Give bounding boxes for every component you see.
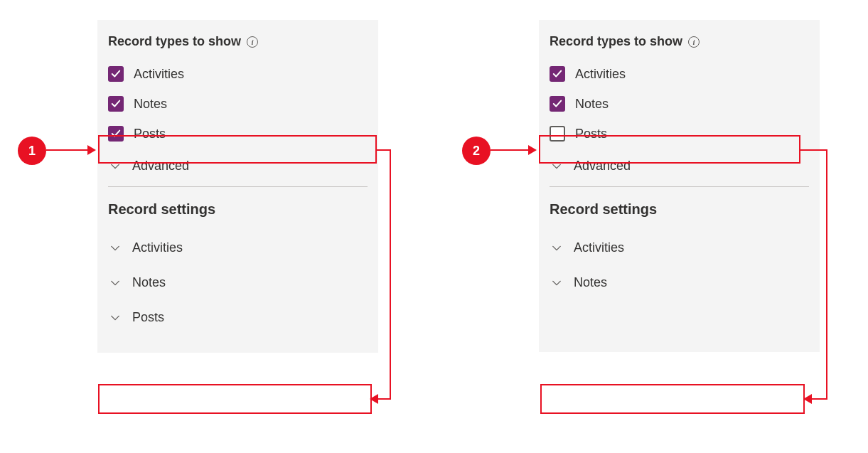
info-icon[interactable]: i <box>247 36 258 48</box>
checkbox-label: Posts <box>575 127 607 142</box>
chevron-down-icon <box>108 161 122 171</box>
settings-item-activities[interactable]: Activities <box>97 230 378 265</box>
info-icon[interactable]: i <box>688 36 700 48</box>
checkbox-row-activities[interactable]: Activities <box>539 59 820 89</box>
record-settings-header: Record settings <box>97 191 378 230</box>
settings-item-activities[interactable]: Activities <box>539 230 820 265</box>
checkbox-label: Notes <box>134 97 167 112</box>
record-settings-header: Record settings <box>539 191 820 230</box>
settings-item-label: Activities <box>574 240 624 255</box>
connector-line <box>800 149 827 151</box>
checkbox-posts[interactable] <box>550 126 565 142</box>
divider <box>108 186 368 187</box>
checkbox-notes[interactable] <box>550 96 565 112</box>
settings-item-notes[interactable]: Notes <box>539 265 820 300</box>
checkbox-row-activities[interactable]: Activities <box>97 59 378 89</box>
settings-item-label: Notes <box>574 275 607 290</box>
checkbox-activities[interactable] <box>550 66 565 82</box>
chevron-down-icon <box>108 313 122 323</box>
checkmark-icon <box>111 69 121 79</box>
checkbox-label: Notes <box>575 97 609 112</box>
checkbox-label: Activities <box>134 67 184 82</box>
panel-left: Record types to show i Activities Notes … <box>97 20 378 353</box>
record-types-header-text: Record types to show <box>550 34 682 49</box>
settings-item-posts[interactable]: Posts <box>97 300 378 335</box>
chevron-down-icon <box>550 161 564 171</box>
advanced-label: Advanced <box>132 159 189 174</box>
checkmark-icon <box>111 99 121 109</box>
callout-arrow-head-icon <box>803 394 812 404</box>
checkbox-posts[interactable] <box>108 126 124 142</box>
connector-line <box>810 398 827 400</box>
record-types-header: Record types to show i <box>539 34 820 59</box>
chevron-down-icon <box>108 243 122 253</box>
record-types-header: Record types to show i <box>97 34 378 59</box>
connector-line <box>377 149 391 151</box>
checkbox-row-notes[interactable]: Notes <box>539 89 820 119</box>
checkmark-icon <box>111 129 121 139</box>
callout-arrow-line <box>46 149 89 151</box>
settings-item-empty <box>539 300 820 334</box>
highlight-box-empty-settings <box>540 384 805 414</box>
checkbox-notes[interactable] <box>108 96 124 112</box>
record-types-header-text: Record types to show <box>108 34 241 49</box>
checkbox-label: Activities <box>575 67 626 82</box>
advanced-expander[interactable]: Advanced <box>539 149 820 183</box>
advanced-expander[interactable]: Advanced <box>97 149 378 183</box>
callout-arrow-head-icon <box>528 145 537 155</box>
checkbox-activities[interactable] <box>108 66 124 82</box>
connector-line <box>377 398 391 400</box>
checkbox-row-posts[interactable]: Posts <box>97 119 378 149</box>
checkbox-row-posts[interactable]: Posts <box>539 119 820 149</box>
divider <box>550 186 809 187</box>
callout-arrow-head-icon <box>370 394 378 404</box>
checkbox-label: Posts <box>134 127 166 142</box>
chevron-down-icon <box>108 278 122 288</box>
settings-item-label: Notes <box>132 275 166 290</box>
chevron-down-icon <box>550 243 564 253</box>
callout-arrow-line <box>491 149 530 151</box>
settings-item-notes[interactable]: Notes <box>97 265 378 300</box>
highlight-box-posts-settings <box>98 384 372 414</box>
panel-right: Record types to show i Activities Notes … <box>539 20 820 352</box>
connector-line <box>390 149 391 400</box>
callout-badge-1: 1 <box>18 137 46 165</box>
connector-line <box>826 149 827 400</box>
checkmark-icon <box>552 99 562 109</box>
chevron-down-icon <box>550 278 564 288</box>
advanced-label: Advanced <box>574 159 631 174</box>
callout-arrow-head-icon <box>87 145 96 155</box>
checkbox-row-notes[interactable]: Notes <box>97 89 378 119</box>
settings-item-label: Posts <box>132 310 164 325</box>
settings-item-label: Activities <box>132 240 183 255</box>
checkmark-icon <box>552 69 562 79</box>
callout-badge-2: 2 <box>462 137 491 165</box>
